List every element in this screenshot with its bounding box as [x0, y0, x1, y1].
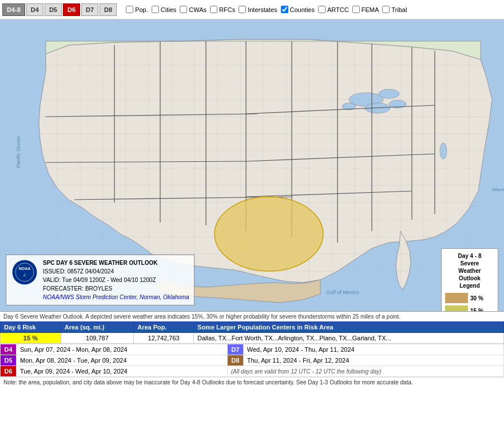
legend-label-15: 15 % — [470, 308, 483, 312]
schedule-date-d4: Sun, Apr 07, 2024 - Mon, Apr 08, 2024 — [17, 344, 228, 355]
overlay-cwas-toggle[interactable]: CWAs — [180, 6, 207, 13]
day-d4-button[interactable]: D4 — [26, 3, 43, 16]
schedule-badge-d7: D7 — [227, 344, 243, 355]
svg-text:NOAA: NOAA — [19, 267, 31, 271]
noaa-credit: NOAA/NWS Storm Prediction Center, Norman… — [43, 293, 189, 301]
schedule-badge-d8: D8 — [227, 355, 243, 366]
schedule-date-d6: Tue, Apr 09, 2024 - Wed, Apr 10, 2024 — [17, 366, 228, 377]
day-d6-button[interactable]: D6 — [63, 3, 80, 16]
schedule-badge-d4: D4 — [1, 344, 17, 355]
risk-header-area: Area (sq. mi.) — [61, 322, 133, 333]
schedule-date-d8: Thu, Apr 11, 2024 - Fri, Apr 12, 2024 — [243, 355, 503, 366]
overlay-pop-toggle[interactable]: Pop. — [126, 6, 148, 13]
overlay-counties-toggle[interactable]: Counties — [281, 6, 315, 13]
legend-box: Day 4 - 8SevereWeatherOutlookLegend 30 %… — [441, 248, 498, 311]
legend-swatch-15 — [445, 305, 468, 311]
svg-text:Pacific Ocean: Pacific Ocean — [15, 136, 21, 168]
toolbar: D4-8 D4 D5 D6 D7 D8 Pop. Cities CWAs RFC… — [0, 0, 504, 19]
day-d4-8-button[interactable]: D4-8 — [2, 3, 25, 16]
risk-table-section: Day 6 Risk Area (sq. mi.) Area Pop. Some… — [0, 321, 504, 344]
risk-table: Day 6 Risk Area (sq. mi.) Area Pop. Some… — [0, 321, 504, 344]
schedule-date-d7: Wed, Apr 10, 2024 - Thu, Apr 11, 2024 — [243, 344, 503, 355]
risk-area: 109,787 — [61, 333, 133, 344]
note-bar-text: Note: the area, population, and city dat… — [3, 379, 413, 386]
noaa-info-box: NOAA ⚓ SPC DAY 6 SEVERE WEATHER OUTLOOK … — [6, 255, 195, 305]
day-d7-button[interactable]: D7 — [81, 3, 98, 16]
overlay-cities-toggle[interactable]: Cities — [152, 6, 177, 13]
svg-rect-56 — [215, 197, 323, 271]
svg-text:Gulf of Mexico: Gulf of Mexico — [326, 289, 359, 295]
risk-header-pop: Area Pop. — [134, 322, 194, 333]
noaa-valid: VALID: Tue 04/09 1200Z - Wed 04/10 1200Z — [43, 276, 189, 284]
noaa-issued: ISSUED: 0857Z 04/04/2024 — [43, 267, 189, 276]
overlay-interstates-toggle[interactable]: Interstates — [239, 6, 277, 13]
schedule-badge-d6: D6 — [1, 366, 17, 377]
overlay-tribal-toggle[interactable]: Tribal — [382, 6, 407, 13]
legend-swatch-30 — [445, 293, 468, 303]
legend-item-15: 15 % — [445, 305, 494, 311]
info-bar-text: Day 6 Severe Weather Outlook. A depicted… — [3, 313, 400, 320]
day-d5-button[interactable]: D5 — [45, 3, 62, 16]
schedule-date-d5: Mon, Apr 08, 2024 - Tue, Apr 09, 2024 — [17, 355, 228, 366]
risk-pop: 12,742,763 — [134, 333, 194, 344]
note-bar: Note: the area, population, and city dat… — [0, 377, 504, 387]
legend-label-30: 30 % — [470, 295, 483, 301]
risk-cities: Dallas, TX...Fort Worth, TX...Arlington,… — [194, 333, 504, 344]
schedule-table: D4 Sun, Apr 07, 2024 - Mon, Apr 08, 2024… — [0, 344, 504, 377]
day-d8-button[interactable]: D8 — [100, 3, 117, 16]
risk-header-risk: Day 6 Risk — [1, 322, 61, 333]
risk-level: 15 % — [1, 333, 61, 344]
overlay-fema-toggle[interactable]: FEMA — [352, 6, 379, 13]
noaa-logo-icon: NOAA ⚓ — [11, 259, 38, 286]
noaa-title: SPC DAY 6 SEVERE WEATHER OUTLOOK — [43, 259, 189, 267]
svg-text:Atlantic: Atlantic — [491, 187, 504, 192]
overlay-rfcs-toggle[interactable]: RFCs — [210, 6, 235, 13]
svg-point-2 — [379, 89, 399, 98]
schedule-row-d4: D4 Sun, Apr 07, 2024 - Mon, Apr 08, 2024… — [1, 344, 504, 355]
map-container[interactable]: Pacific Ocean Atlantic Gulf of Mexico NO… — [0, 19, 504, 311]
schedule-badge-d5: D5 — [1, 355, 17, 366]
schedule-row-d6: D6 Tue, Apr 09, 2024 - Wed, Apr 10, 2024… — [1, 366, 504, 377]
overlay-artcc-toggle[interactable]: ARTCC — [318, 6, 349, 13]
legend-item-30: 30 % — [445, 293, 494, 303]
risk-header-cities: Some Larger Population Centers in Risk A… — [194, 322, 504, 333]
schedule-row-d5: D5 Mon, Apr 08, 2024 - Tue, Apr 09, 2024… — [1, 355, 504, 366]
schedule-section: D4 Sun, Apr 07, 2024 - Mon, Apr 08, 2024… — [0, 344, 504, 377]
svg-text:⚓: ⚓ — [23, 273, 27, 277]
info-bar: Day 6 Severe Weather Outlook. A depicted… — [0, 311, 504, 321]
legend-title: Day 4 - 8SevereWeatherOutlookLegend — [445, 252, 494, 289]
schedule-validity-note: (All days are valid from 12 UTC - 12 UTC… — [227, 366, 503, 377]
noaa-forecaster: FORECASTER: BROYLES — [43, 284, 189, 293]
risk-row-15: 15 % 109,787 12,742,763 Dallas, TX...For… — [1, 333, 504, 344]
svg-point-61 — [15, 263, 34, 281]
